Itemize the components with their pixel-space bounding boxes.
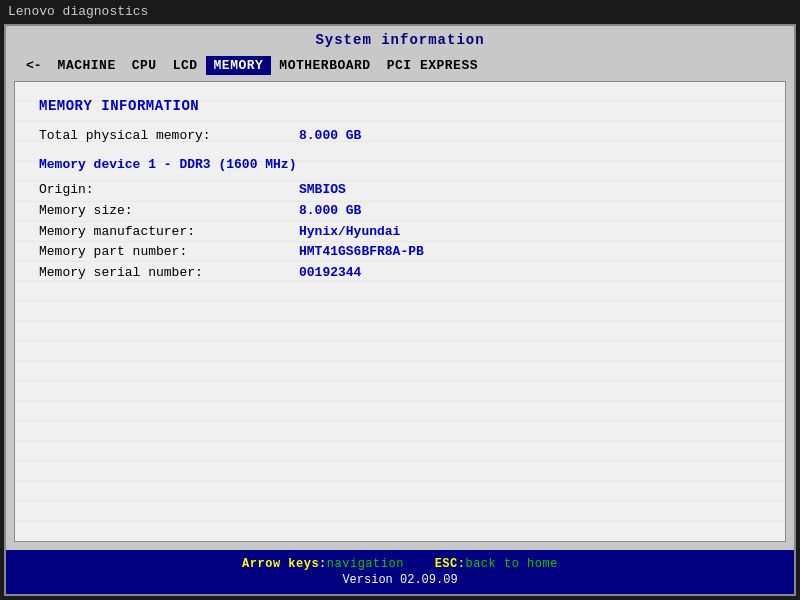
nav-bar: <- MACHINE CPU LCD MEMORY MOTHERBOARD PC…: [6, 52, 794, 81]
detail-label-3: Memory part number:: [39, 242, 299, 263]
total-memory-value: 8.000 GB: [299, 128, 361, 143]
detail-values: SMBIOS 8.000 GB Hynix/Hyundai HMT41GS6BF…: [299, 180, 424, 284]
footer-nav: Arrow keys:navigation ESC:back to home: [242, 557, 558, 571]
nav-item-motherboard[interactable]: MOTHERBOARD: [271, 56, 378, 75]
content-area: MEMORY INFORMATION Total physical memory…: [14, 81, 786, 542]
header-title: System information: [315, 32, 484, 48]
nav-item-cpu[interactable]: CPU: [124, 56, 165, 75]
back-to-home-text: back to home: [465, 557, 557, 571]
detail-value-1: 8.000 GB: [299, 201, 424, 222]
section-title: MEMORY INFORMATION: [39, 98, 761, 114]
detail-value-4: 00192344: [299, 263, 424, 284]
detail-label-4: Memory serial number:: [39, 263, 299, 284]
arrow-keys-label: Arrow keys:: [242, 557, 327, 571]
detail-labels: Origin: Memory size: Memory manufacturer…: [39, 180, 299, 284]
nav-item-memory[interactable]: MEMORY: [206, 56, 272, 75]
detail-value-3: HMT41GS6BFR8A-PB: [299, 242, 424, 263]
total-memory-row: Total physical memory: 8.000 GB: [39, 128, 761, 143]
title-bar-text: Lenovo diagnostics: [8, 4, 148, 19]
detail-label-0: Origin:: [39, 180, 299, 201]
detail-label-1: Memory size:: [39, 201, 299, 222]
nav-item-pci-express[interactable]: PCI EXPRESS: [379, 56, 486, 75]
footer-version: Version 02.09.09: [342, 573, 457, 587]
system-info-header: System information: [6, 26, 794, 52]
title-bar: Lenovo diagnostics: [0, 0, 800, 24]
nav-item-machine[interactable]: MACHINE: [50, 56, 124, 75]
nav-back-arrow[interactable]: <-: [26, 58, 42, 73]
detail-value-2: Hynix/Hyundai: [299, 222, 424, 243]
main-container: System information <- MACHINE CPU LCD ME…: [4, 24, 796, 596]
detail-label-2: Memory manufacturer:: [39, 222, 299, 243]
footer: Arrow keys:navigation ESC:back to home V…: [6, 550, 794, 594]
total-memory-label: Total physical memory:: [39, 128, 299, 143]
nav-item-lcd[interactable]: LCD: [165, 56, 206, 75]
detail-value-0: SMBIOS: [299, 180, 424, 201]
subsection-title: Memory device 1 - DDR3 (1600 MHz): [39, 157, 761, 172]
esc-label: ESC:: [435, 557, 466, 571]
navigation-text: navigation: [327, 557, 404, 571]
detail-block: Origin: Memory size: Memory manufacturer…: [39, 180, 761, 284]
